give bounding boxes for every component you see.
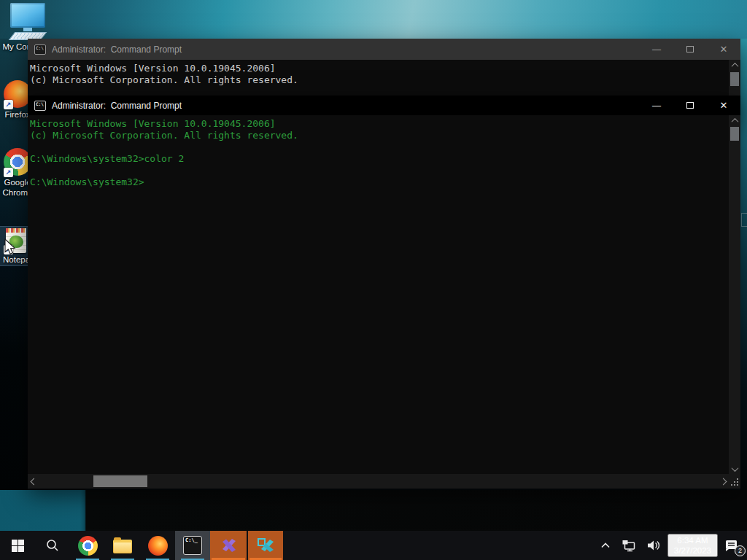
scrollbar-thumb[interactable]: [730, 127, 739, 141]
maximize-button[interactable]: [673, 96, 707, 115]
mouse-cursor: [2, 238, 18, 259]
taskbar-item-firefox[interactable]: [140, 531, 175, 560]
folder-icon: [113, 540, 132, 553]
scroll-up-arrow[interactable]: [729, 115, 740, 125]
search-icon: [45, 538, 60, 553]
my-computer-icon: [0, 3, 55, 40]
window-title: Administrator: Command Prompt: [52, 101, 182, 111]
close-button[interactable]: ✕: [707, 96, 740, 115]
action-center-button[interactable]: 2: [721, 531, 744, 560]
horizontal-scrollbar[interactable]: [28, 474, 729, 489]
firefox-icon: [148, 536, 168, 556]
visual-studio-installer-icon: [255, 535, 276, 556]
chrome-icon: [78, 536, 98, 556]
scrollbar-thumb[interactable]: [730, 72, 739, 86]
scroll-left-arrow[interactable]: [28, 474, 39, 489]
windows-logo-icon: [12, 540, 24, 552]
start-button[interactable]: [0, 531, 35, 560]
chevron-up-icon: [600, 540, 611, 551]
taskbar-item-command-prompt[interactable]: [175, 531, 210, 560]
close-button[interactable]: ✕: [707, 39, 740, 60]
titlebar[interactable]: Administrator: Command Prompt — ✕: [28, 96, 740, 115]
network-icon: [622, 539, 636, 552]
system-tray: 6:34 AM 3/27/2023 2: [596, 531, 747, 560]
tray-time: 6:34 AM: [677, 535, 708, 545]
back-console-text: Microsoft Windows [Version 10.0.19045.20…: [28, 60, 729, 86]
shortcut-arrow-icon: ↗: [4, 100, 13, 109]
network-tray-button[interactable]: [618, 531, 640, 560]
partial-desktop-element: [741, 213, 747, 227]
scroll-right-arrow[interactable]: [717, 474, 729, 489]
cmd-icon: [34, 101, 46, 111]
scroll-up-arrow[interactable]: [729, 60, 740, 70]
notification-badge: 2: [735, 545, 746, 556]
resize-grip[interactable]: [729, 474, 740, 489]
taskbar-clock[interactable]: 6:34 AM 3/27/2023: [667, 534, 718, 557]
tray-date: 3/27/2023: [674, 545, 711, 556]
cmd-icon: [34, 44, 46, 55]
minimize-button[interactable]: —: [640, 39, 673, 60]
window-command-prompt-front: Administrator: Command Prompt — ✕ Micros…: [28, 96, 740, 489]
wallpaper-bottom: [0, 490, 747, 531]
console-output[interactable]: Microsoft Windows [Version 10.0.19045.20…: [28, 115, 729, 474]
taskbar-item-chrome[interactable]: [70, 531, 105, 560]
cmd-icon: [183, 536, 202, 555]
speaker-icon: [646, 539, 661, 552]
desktop-screen: My Computer ↗ Firefox ↗ Google Chrome ↗ …: [0, 0, 747, 560]
taskbar: 6:34 AM 3/27/2023 2: [0, 531, 747, 560]
window-title: Administrator: Command Prompt: [52, 44, 182, 55]
scrollbar-thumb[interactable]: [93, 475, 147, 487]
maximize-button[interactable]: [673, 39, 707, 60]
titlebar[interactable]: Administrator: Command Prompt — ✕: [28, 39, 740, 60]
front-console-text: Microsoft Windows [Version 10.0.19045.20…: [28, 115, 729, 188]
taskbar-spacer: [283, 531, 596, 560]
minimize-button[interactable]: —: [640, 96, 673, 115]
volume-tray-button[interactable]: [643, 531, 665, 560]
wallpaper-right: [740, 39, 747, 490]
search-button[interactable]: [35, 531, 70, 560]
wallpaper-top: [0, 0, 747, 39]
visual-studio-icon: [218, 535, 239, 556]
scroll-down-arrow[interactable]: [729, 464, 740, 474]
tray-overflow-button[interactable]: [596, 531, 615, 560]
shortcut-arrow-icon: ↗: [4, 168, 13, 177]
taskbar-item-visual-studio[interactable]: [210, 531, 247, 560]
vertical-scrollbar[interactable]: [729, 115, 740, 474]
maximize-icon: [686, 46, 694, 52]
maximize-icon: [686, 102, 694, 109]
taskbar-item-file-explorer[interactable]: [105, 531, 140, 560]
taskbar-item-visual-studio-installer[interactable]: [247, 531, 283, 560]
